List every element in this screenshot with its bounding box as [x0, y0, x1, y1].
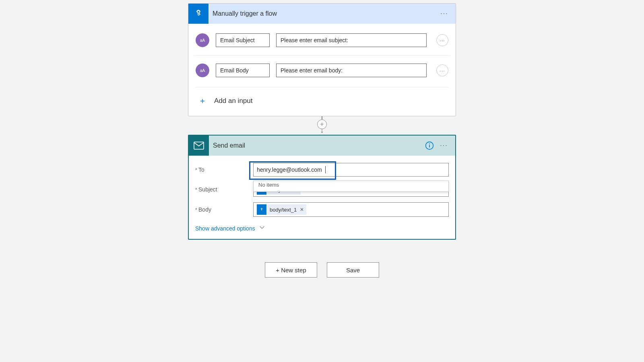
- arrow-down-icon: ↓: [320, 128, 324, 132]
- text-type-icon: aA: [196, 33, 209, 47]
- text-type-icon: aA: [196, 64, 209, 77]
- send-email-more-icon[interactable]: ···: [438, 140, 450, 151]
- body-label: Body: [195, 206, 253, 213]
- footer-buttons: + New step Save: [265, 262, 379, 278]
- info-icon[interactable]: [424, 140, 435, 151]
- body-input[interactable]: body/text_1 ✕: [253, 202, 449, 217]
- add-input-label: Add an input: [214, 97, 252, 105]
- chevron-down-icon: [259, 225, 265, 232]
- trigger-title: Manually trigger a flow: [213, 10, 439, 17]
- trigger-input-row: aA Email Body Please enter email body: ·…: [194, 55, 450, 81]
- mail-icon: [189, 136, 209, 156]
- text-cursor-icon: [325, 166, 326, 173]
- token-label: body/text_1: [270, 207, 297, 213]
- svg-point-4: [429, 144, 430, 144]
- to-row: To henry.legge@outlook.com: [195, 163, 449, 177]
- token-remove-icon[interactable]: ✕: [300, 207, 304, 212]
- autocomplete-no-items: No items: [258, 182, 279, 188]
- input-options-icon[interactable]: ···: [436, 64, 448, 76]
- input-name-field[interactable]: Email Body: [216, 64, 270, 77]
- trigger-card: Manually trigger a flow ··· aA Email Sub…: [188, 3, 456, 116]
- token-trigger-icon: [257, 204, 266, 215]
- to-label: To: [195, 167, 253, 173]
- trigger-body: aA Email Subject Please enter email subj…: [188, 24, 456, 116]
- plus-icon: ＋: [196, 95, 209, 106]
- save-button[interactable]: Save: [327, 262, 379, 278]
- send-email-body: To henry.legge@outlook.com No items Subj…: [189, 156, 455, 239]
- flow-canvas: Manually trigger a flow ··· aA Email Sub…: [0, 0, 644, 278]
- input-placeholder-field[interactable]: Please enter email body:: [276, 64, 427, 77]
- new-step-button[interactable]: + New step: [265, 262, 317, 278]
- subject-label: Subject: [195, 186, 253, 193]
- connector: + ↓: [316, 116, 328, 135]
- trigger-input-row: aA Email Subject Please enter email subj…: [194, 29, 450, 51]
- add-input-button[interactable]: ＋ Add an input: [194, 87, 450, 109]
- advanced-label: Show advanced options: [195, 225, 255, 232]
- dynamic-token[interactable]: body/text_1 ✕: [257, 204, 306, 215]
- input-name-field[interactable]: Email Subject: [216, 33, 270, 47]
- send-email-header[interactable]: Send email ···: [189, 136, 455, 156]
- send-email-card: Send email ··· To henry.legge@outlook.co…: [188, 135, 456, 240]
- body-row: Body body/text_1 ✕: [195, 202, 449, 217]
- connector-line: [322, 116, 322, 119]
- svg-point-6: [261, 208, 262, 210]
- svg-rect-3: [429, 145, 430, 148]
- to-input[interactable]: henry.legge@outlook.com: [253, 163, 449, 177]
- trigger-more-icon[interactable]: ···: [439, 8, 450, 19]
- to-value: henry.legge@outlook.com: [257, 167, 322, 173]
- input-placeholder-field[interactable]: Please enter email subject:: [276, 33, 427, 47]
- svg-rect-1: [194, 142, 204, 149]
- trigger-header[interactable]: Manually trigger a flow ···: [188, 4, 456, 24]
- input-options-icon[interactable]: ···: [436, 34, 448, 46]
- autocomplete-dropdown[interactable]: No items: [253, 181, 449, 192]
- tap-icon: [188, 4, 208, 24]
- send-email-title: Send email: [213, 142, 424, 149]
- show-advanced-options[interactable]: Show advanced options: [195, 225, 449, 232]
